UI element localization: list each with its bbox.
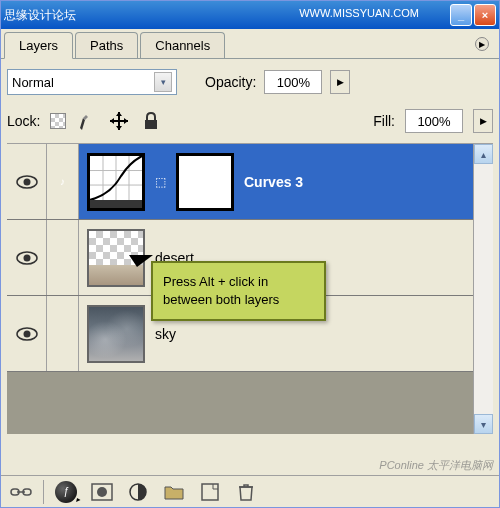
lock-all-icon[interactable] xyxy=(140,110,162,132)
window-controls: _ × xyxy=(450,4,496,26)
lock-transparency-icon[interactable] xyxy=(50,113,66,129)
layers-panel-window: 思缘设计论坛 WWW.MISSYUAN.COM _ × Layers Paths… xyxy=(0,0,500,508)
panel-menu-button[interactable]: ▶ xyxy=(475,37,489,51)
fill-label: Fill: xyxy=(373,113,395,129)
visibility-toggle[interactable] xyxy=(7,220,47,295)
new-layer-button[interactable] xyxy=(196,480,224,504)
svg-point-2 xyxy=(23,178,30,185)
svg-point-11 xyxy=(97,487,107,497)
delete-layer-button[interactable] xyxy=(232,480,260,504)
panel-bottom-toolbar: ƒ▸ xyxy=(1,475,499,507)
tab-channels[interactable]: Channels xyxy=(140,32,225,58)
desert-image-icon xyxy=(89,265,143,285)
fill-slider-button[interactable]: ▶ xyxy=(473,109,493,133)
blend-opacity-row: Normal ▾ Opacity: 100% ▶ xyxy=(7,65,493,99)
layer-thumbnail[interactable] xyxy=(87,305,145,363)
blend-mode-value: Normal xyxy=(12,75,54,90)
sky-image-icon xyxy=(89,307,143,361)
opacity-label: Opacity: xyxy=(205,74,256,90)
scrollbar-track[interactable] xyxy=(474,164,493,414)
window-titlebar[interactable]: 思缘设计论坛 WWW.MISSYUAN.COM _ × xyxy=(1,1,499,29)
toolbar-separator xyxy=(43,480,44,504)
visibility-toggle[interactable] xyxy=(7,296,47,371)
tooltip-text: Press Alt + click in between both layers xyxy=(163,274,279,307)
tab-layers[interactable]: Layers xyxy=(4,32,73,59)
title-app: 思缘设计论坛 xyxy=(4,7,76,24)
watermark-text: PConline 太平洋电脑网 xyxy=(379,458,493,473)
opacity-value-field[interactable]: 100% xyxy=(264,70,322,94)
title-url: WWW.MISSYUAN.COM xyxy=(299,7,419,19)
layer-style-button[interactable]: ƒ▸ xyxy=(52,480,80,504)
visibility-toggle[interactable] xyxy=(7,144,47,219)
link-layers-button[interactable] xyxy=(7,480,35,504)
tab-paths[interactable]: Paths xyxy=(75,32,138,58)
adjustment-thumbnail[interactable] xyxy=(87,153,145,211)
scroll-up-button[interactable]: ▴ xyxy=(474,144,493,164)
blend-mode-dropdown[interactable]: Normal ▾ xyxy=(7,69,177,95)
opacity-slider-button[interactable]: ▶ xyxy=(330,70,350,94)
layer-name[interactable]: Curves 3 xyxy=(244,174,303,190)
link-toggle[interactable]: ♪ xyxy=(47,144,79,219)
layer-name[interactable]: sky xyxy=(155,326,176,342)
layer-mask-thumbnail[interactable] xyxy=(176,153,234,211)
svg-point-6 xyxy=(23,330,30,337)
window-title: 思缘设计论坛 WWW.MISSYUAN.COM xyxy=(4,7,76,24)
layer-row-curves3[interactable]: ♪ ⬚ Curves 3 xyxy=(7,144,473,220)
svg-rect-13 xyxy=(202,484,218,500)
svg-rect-0 xyxy=(145,120,157,129)
eye-icon xyxy=(16,251,38,265)
minimize-button[interactable]: _ xyxy=(450,4,472,26)
chevron-down-icon: ▾ xyxy=(154,72,172,92)
lock-position-icon[interactable] xyxy=(108,110,130,132)
add-mask-button[interactable] xyxy=(88,480,116,504)
link-toggle[interactable] xyxy=(47,220,79,295)
vertical-scrollbar[interactable]: ▴ ▾ xyxy=(473,144,493,434)
lock-fill-row: Lock: Fill: 100% ▶ xyxy=(7,99,493,144)
new-group-button[interactable] xyxy=(160,480,188,504)
help-tooltip: Press Alt + click in between both layers xyxy=(151,261,326,321)
fill-value-field[interactable]: 100% xyxy=(405,109,463,133)
layer-content: ⬚ Curves 3 xyxy=(79,144,473,219)
eye-icon xyxy=(16,175,38,189)
lock-pixels-icon[interactable] xyxy=(76,110,98,132)
eye-icon xyxy=(16,327,38,341)
panel-tabs: Layers Paths Channels ▶ xyxy=(1,29,499,58)
tooltip-pointer-icon xyxy=(129,255,153,267)
close-button[interactable]: × xyxy=(474,4,496,26)
scroll-down-button[interactable]: ▾ xyxy=(474,414,493,434)
adjustment-layer-button[interactable] xyxy=(124,480,152,504)
mask-link-icon[interactable]: ⬚ xyxy=(155,175,166,189)
lock-label: Lock: xyxy=(7,113,40,129)
svg-point-4 xyxy=(23,254,30,261)
panel-body: Normal ▾ Opacity: 100% ▶ Lock: Fil xyxy=(1,58,499,440)
link-toggle[interactable] xyxy=(47,296,79,371)
lock-icons xyxy=(50,110,162,132)
